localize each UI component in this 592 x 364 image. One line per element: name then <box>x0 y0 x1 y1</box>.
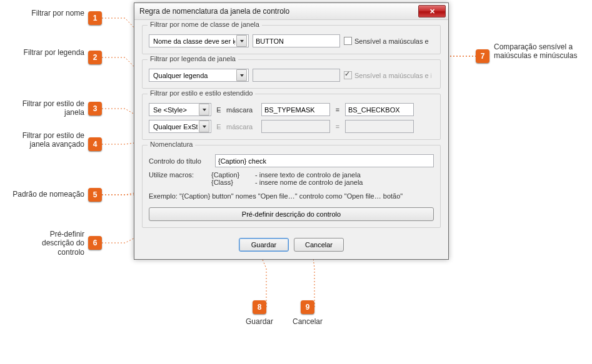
close-button[interactable]: ✕ <box>418 5 446 17</box>
callout-label-8: Guardar <box>240 317 279 326</box>
checkbox-icon <box>344 37 352 45</box>
caption-combo[interactable]: Qualquer legenda <box>149 69 249 82</box>
callout-label-3: Filtrar por estilo de janela <box>19 99 84 117</box>
caption-input <box>253 69 340 82</box>
window-title: Regra de nomenclatura da janela de contr… <box>139 7 418 16</box>
control-title-label: Controlo do título <box>149 157 211 165</box>
callout-marker-3: 3 <box>88 102 102 116</box>
classname-combo[interactable]: Nome da classe deve ser igua <box>149 34 249 47</box>
example-text: Exemplo: "{Caption} button" nomes "Open … <box>149 192 434 200</box>
cancel-button[interactable]: Cancelar <box>294 238 344 252</box>
control-title-input[interactable] <box>215 154 434 167</box>
equals-label: = <box>334 106 341 114</box>
callout-label-4: Filtrar por estilo de janela avançado <box>19 131 84 149</box>
group-title: Filtrar por nome de classe de janela <box>148 21 262 28</box>
style-combo[interactable]: Se <Style> <box>149 103 211 116</box>
exstyle-combo[interactable]: Qualquer ExStyl <box>149 120 211 133</box>
and-label: E <box>215 123 223 130</box>
exstyle-value-input <box>345 120 414 133</box>
group-caption-filter: Filtrar por legenda de janela Qualquer l… <box>142 59 441 89</box>
macro-class-desc: - insere nome de controlo de janela <box>255 179 363 186</box>
callout-marker-7: 7 <box>476 49 489 63</box>
callout-label-9: Cancelar <box>288 317 327 326</box>
caption-case-checkbox: Sensível a maiúsculas e i <box>344 71 431 79</box>
and-label: E <box>215 106 223 114</box>
macro-caption-desc: - insere texto de controlo de janela <box>255 171 363 179</box>
style-value-input[interactable] <box>345 103 414 116</box>
classname-input[interactable] <box>253 34 340 47</box>
group-title: Nomenclatura <box>148 140 195 148</box>
titlebar[interactable]: Regra de nomenclatura da janela de contr… <box>134 3 448 20</box>
naming-rule-dialog: Regra de nomenclatura da janela de contr… <box>134 2 449 260</box>
callout-label-1: Filtrar por nome <box>19 9 84 17</box>
group-title: Filtrar por estilo e estilo estendido <box>148 89 255 97</box>
callout-label-5: Padrão de nomeação <box>6 190 84 199</box>
group-style-filter: Filtrar por estilo e estilo estendido Se… <box>142 94 441 140</box>
callout-marker-1: 1 <box>88 11 102 25</box>
group-nomenclature: Nomenclatura Controlo do título Utilize … <box>142 145 441 228</box>
checkbox-icon <box>344 71 352 79</box>
callout-marker-6: 6 <box>88 236 102 250</box>
mask-label: máscara <box>226 106 258 114</box>
callout-label-2: Filtrar por legenda <box>19 48 84 57</box>
chevron-down-icon <box>236 69 247 81</box>
callout-label-6: Pré-definir descrição do controlo <box>19 230 84 257</box>
callout-marker-4: 4 <box>88 137 102 151</box>
callout-marker-9: 9 <box>301 300 314 314</box>
callout-marker-8: 8 <box>253 300 266 314</box>
exstyle-mask-input <box>261 120 330 133</box>
macros-label: Utilize macros: <box>149 171 205 186</box>
classname-case-checkbox[interactable]: Sensível a maiúsculas e <box>344 37 431 45</box>
close-icon: ✕ <box>429 7 435 16</box>
group-classname-filter: Filtrar por nome de classe de janela Nom… <box>142 25 441 54</box>
macro-caption: {Caption} <box>211 171 249 179</box>
callout-label-7: Comparação sensível a maiúsculas e minús… <box>494 42 581 61</box>
save-button[interactable]: Guardar <box>239 238 289 252</box>
chevron-down-icon <box>199 121 209 132</box>
callout-marker-5: 5 <box>88 188 102 202</box>
macro-class: {Class} <box>211 179 249 186</box>
equals-label: = <box>334 123 341 130</box>
group-title: Filtrar por legenda de janela <box>148 55 238 62</box>
callout-marker-2: 2 <box>88 51 102 64</box>
predefine-description-button[interactable]: Pré-definir descrição do controlo <box>149 207 434 221</box>
chevron-down-icon <box>199 104 209 116</box>
style-mask-input[interactable] <box>261 103 330 116</box>
mask-label: máscara <box>226 123 258 130</box>
chevron-down-icon <box>236 35 247 47</box>
